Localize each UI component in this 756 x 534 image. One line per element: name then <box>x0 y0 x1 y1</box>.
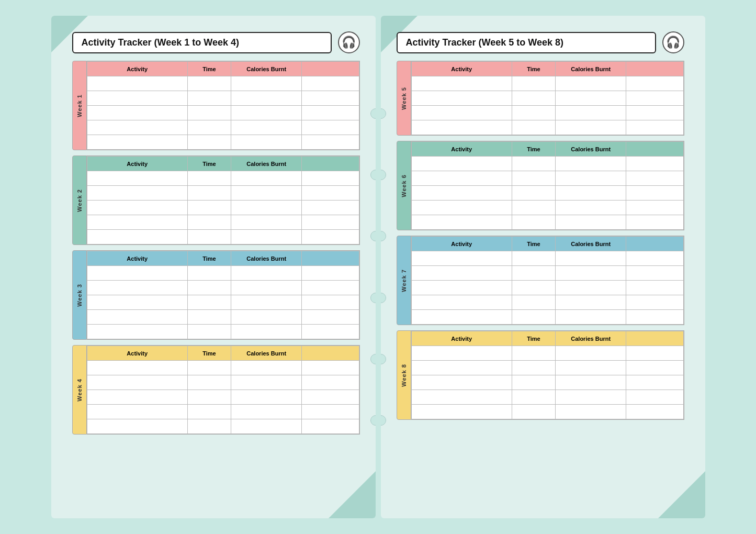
col-header-time: Time <box>512 62 555 76</box>
week5-table: Activity Time Calories Burnt <box>411 61 684 135</box>
week1-label-col: Week 1 <box>72 61 87 150</box>
table-row <box>87 361 359 375</box>
table-row <box>87 215 359 230</box>
col-header-extra <box>626 62 683 76</box>
col-header-calories: Calories Burnt <box>556 62 626 76</box>
col-header-time: Time <box>512 237 555 251</box>
ring-hole <box>370 293 376 303</box>
week6-section: Week 6 Activity Time Calories Burnt <box>397 141 684 230</box>
table-row <box>87 325 359 339</box>
week2-label-col: Week 2 <box>72 155 87 245</box>
week7-table-container: Activity Time Calories Burnt <box>411 236 684 325</box>
week2-section: Week 2 Activity Time Calories Burnt <box>72 155 360 245</box>
week3-table-container: Activity Time Calories Burnt <box>87 250 360 340</box>
table-row <box>87 405 359 419</box>
week7-table: Activity Time Calories Burnt <box>411 236 684 325</box>
week3-label: Week 3 <box>76 284 83 307</box>
week1-table: Activity Time Calories Burnt <box>87 61 359 150</box>
week5-label: Week 5 <box>401 87 407 110</box>
table-row <box>87 186 359 201</box>
col-header-extra <box>626 237 683 251</box>
page2-icon: 🎧 <box>662 31 684 53</box>
table-row <box>87 76 359 91</box>
ring-hole <box>381 293 386 303</box>
table-row <box>411 215 683 230</box>
ring-hole <box>381 108 386 119</box>
col-header-extra <box>302 251 359 266</box>
week1-table-container: Activity Time Calories Burnt <box>87 61 360 150</box>
table-row <box>411 281 683 295</box>
page1-title: Activity Tracker (Week 1 to Week 4) <box>72 32 332 53</box>
col-header-calories: Calories Burnt <box>231 251 302 266</box>
page2-title: Activity Tracker (Week 5 to Week 8) <box>397 32 656 53</box>
ring-holes-right <box>370 16 376 518</box>
table-row <box>411 405 683 419</box>
table-row <box>411 201 683 215</box>
table-row <box>411 375 683 390</box>
week4-table: Activity Time Calories Burnt <box>87 346 359 434</box>
ring-hole <box>381 415 386 426</box>
col-header-extra <box>302 157 359 171</box>
table-row <box>411 390 683 405</box>
col-header-calories: Calories Burnt <box>556 142 626 157</box>
week6-table-container: Activity Time Calories Burnt <box>411 141 684 230</box>
ring-hole <box>381 354 386 364</box>
table-row <box>411 157 683 171</box>
table-row <box>87 230 359 244</box>
ring-hole <box>370 354 376 364</box>
table-row <box>87 171 359 186</box>
week7-label: Week 7 <box>401 269 407 292</box>
week8-table: Activity Time Calories Burnt <box>411 331 684 419</box>
table-row <box>87 120 359 135</box>
table-row <box>87 201 359 215</box>
table-row <box>411 171 683 186</box>
week8-label: Week 8 <box>401 364 407 387</box>
table-row <box>411 91 683 106</box>
table-row <box>87 266 359 281</box>
col-header-activity: Activity <box>411 237 512 251</box>
week2-table-container: Activity Time Calories Burnt <box>87 155 360 245</box>
week4-label: Week 4 <box>76 379 83 402</box>
col-header-time: Time <box>512 331 555 346</box>
table-row <box>87 419 359 434</box>
table-row <box>87 106 359 120</box>
week6-label: Week 6 <box>401 174 407 197</box>
week7-label-col: Week 7 <box>397 236 411 325</box>
ring-hole <box>370 170 376 180</box>
week8-table-container: Activity Time Calories Burnt <box>411 330 684 420</box>
col-header-activity: Activity <box>87 346 187 361</box>
table-row <box>87 281 359 295</box>
table-row <box>411 295 683 310</box>
page1-header: Activity Tracker (Week 1 to Week 4) 🎧 <box>72 31 360 53</box>
table-row <box>411 186 683 201</box>
week4-label-col: Week 4 <box>72 345 87 435</box>
col-header-extra <box>302 62 359 76</box>
ring-holes-left <box>381 16 386 518</box>
week3-section: Week 3 Activity Time Calories Burnt <box>72 250 360 340</box>
week4-section: Week 4 Activity Time Calories Burnt <box>72 345 360 435</box>
col-header-time: Time <box>187 346 231 361</box>
week6-table: Activity Time Calories Burnt <box>411 141 684 230</box>
ring-hole <box>370 231 376 241</box>
col-header-extra <box>626 142 683 157</box>
week1-section: Week 1 Activity Time Calories Burnt <box>72 61 360 150</box>
week7-section: Week 7 Activity Time Calories Burnt <box>397 236 684 325</box>
week1-label: Week 1 <box>76 94 83 117</box>
table-row <box>411 251 683 266</box>
col-header-activity: Activity <box>87 157 187 171</box>
week2-table: Activity Time Calories Burnt <box>87 156 359 244</box>
table-row <box>87 390 359 405</box>
table-row <box>411 106 683 120</box>
week5-label-col: Week 5 <box>397 61 411 136</box>
col-header-extra <box>302 346 359 361</box>
col-header-calories: Calories Burnt <box>556 237 626 251</box>
week6-label-col: Week 6 <box>397 141 411 230</box>
page2-header: Activity Tracker (Week 5 to Week 8) 🎧 <box>397 31 684 53</box>
table-row <box>411 266 683 281</box>
page-2: Activity Tracker (Week 5 to Week 8) 🎧 We… <box>381 16 705 518</box>
page-1: Activity Tracker (Week 1 to Week 4) 🎧 We… <box>51 16 376 518</box>
col-header-activity: Activity <box>411 331 512 346</box>
col-header-time: Time <box>512 142 555 157</box>
week4-table-container: Activity Time Calories Burnt <box>87 345 360 435</box>
col-header-time: Time <box>187 62 231 76</box>
